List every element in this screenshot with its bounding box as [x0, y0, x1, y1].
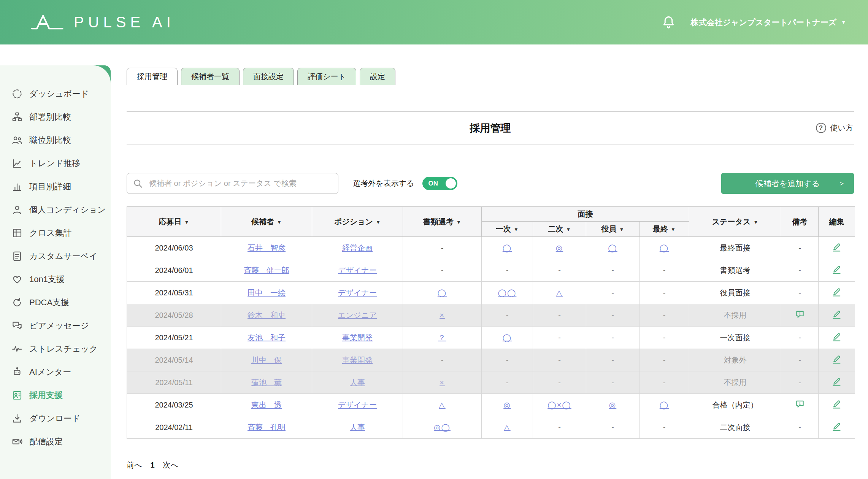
sidebar-item-stress-check[interactable]: ストレスチェック	[0, 337, 111, 360]
note-comment-icon[interactable]	[795, 309, 805, 319]
position-link[interactable]: エンジニア	[338, 311, 377, 319]
tab-1[interactable]: 候補者一覧	[181, 68, 240, 85]
tab-0[interactable]: 採用管理	[127, 68, 178, 85]
position-link[interactable]: デザイナー	[338, 266, 377, 274]
sidebar-item-custom-survey[interactable]: カスタムサーベイ	[0, 244, 111, 268]
second-interview-mark-empty: -	[558, 333, 561, 342]
sort-icon: ▼	[184, 219, 189, 225]
docs-screening-mark[interactable]: ◯	[438, 289, 447, 297]
sidebar-item-pdca[interactable]: PDCA支援	[0, 291, 111, 314]
sidebar-item-department-comparison[interactable]: 部署別比較	[0, 105, 111, 128]
second-interview-mark-empty: -	[558, 311, 561, 319]
candidate-link[interactable]: 東出 透	[251, 401, 282, 409]
first-interview-mark[interactable]: △	[504, 423, 510, 431]
edit-pencil-icon[interactable]	[832, 242, 842, 252]
sidebar-item-label: 部署別比較	[29, 111, 71, 123]
first-interview-mark[interactable]: ◯	[503, 244, 512, 252]
add-candidate-button[interactable]: 候補者を追加する ＞	[721, 173, 854, 194]
candidate-link[interactable]: 石井 智彦	[248, 244, 286, 252]
position-link[interactable]: 事業開発	[342, 356, 373, 364]
company-name: 株式会社ジャンプスタートパートナーズ	[691, 17, 836, 28]
second-interview-mark-empty: -	[558, 423, 561, 431]
pagination-next[interactable]: 次へ	[163, 460, 178, 470]
position-link[interactable]: 人事	[350, 378, 365, 387]
sidebar-item-download[interactable]: ダウンロード	[0, 407, 111, 430]
col-header-first-interview[interactable]: 一次▼	[482, 222, 533, 237]
exec-interview-mark[interactable]: ◎	[609, 401, 616, 409]
docs-screening-mark[interactable]: ×	[440, 378, 445, 387]
final-interview-mark[interactable]: ◯	[660, 401, 669, 409]
col-header-position[interactable]: ポジション▼	[312, 207, 403, 237]
edit-pencil-icon[interactable]	[832, 376, 842, 387]
position-link[interactable]: デザイナー	[338, 401, 377, 409]
sidebar-item-one-on-one[interactable]: 1on1支援	[0, 268, 111, 291]
col-header-exec-interview[interactable]: 役員▼	[586, 222, 639, 237]
candidate-link[interactable]: 斉藤 孔明	[248, 423, 286, 431]
edit-pencil-icon[interactable]	[832, 331, 842, 342]
edit-pencil-icon[interactable]	[832, 264, 842, 274]
candidate-link[interactable]: 蓮池 薫	[251, 378, 282, 387]
first-interview-mark-empty: -	[506, 266, 509, 274]
final-interview-mark[interactable]: ◯	[660, 244, 669, 252]
sidebar-item-cross-tab[interactable]: クロス集計	[0, 221, 111, 244]
sidebar-item-peer-message[interactable]: ピアメッセージ	[0, 314, 111, 337]
edit-pencil-icon[interactable]	[832, 399, 842, 409]
sidebar-item-delivery-settings[interactable]: 配信設定	[0, 430, 111, 453]
docs-screening-mark[interactable]: ◎◯	[434, 423, 451, 431]
second-interview-mark[interactable]: ◎	[556, 244, 563, 252]
candidate-link[interactable]: 斉藤 健一郎	[244, 266, 289, 274]
cell-status: 二次面接	[689, 416, 781, 439]
main-content: 採用管理候補者一覧面接設定評価シート設定 採用管理 ? 使い方 選考外を表示する…	[111, 44, 868, 479]
docs-screening-mark[interactable]: △	[439, 401, 445, 409]
sidebar-item-position-comparison[interactable]: 職位別比較	[0, 128, 111, 152]
candidate-link[interactable]: 友池 和子	[248, 333, 286, 342]
sidebar-item-personal-condition[interactable]: 個人コンディション	[0, 198, 111, 221]
sidebar-item-recruitment-support[interactable]: 採用支援	[0, 384, 111, 407]
col-header-docs[interactable]: 書類選考▼	[403, 207, 482, 237]
position-link[interactable]: 経営企画	[342, 244, 373, 252]
note-comment-icon[interactable]	[795, 399, 805, 409]
candidate-link[interactable]: 鈴木 和史	[248, 311, 286, 319]
sidebar-item-item-detail[interactable]: 項目別詳細	[0, 175, 111, 198]
help-link[interactable]: ? 使い方	[816, 123, 853, 133]
tab-3[interactable]: 評価シート	[297, 68, 356, 85]
position-link[interactable]: 人事	[350, 423, 365, 431]
first-interview-mark[interactable]: ◎	[503, 401, 511, 409]
note-empty: -	[798, 356, 801, 364]
tab-2[interactable]: 面接設定	[243, 68, 294, 85]
second-interview-mark[interactable]: ◯×◯	[547, 401, 571, 409]
sidebar-item-trend[interactable]: トレンド推移	[0, 152, 111, 175]
exec-interview-mark[interactable]: ◯	[608, 244, 617, 252]
first-interview-mark[interactable]: ◯◯	[498, 289, 517, 297]
col-header-date[interactable]: 応募日▼	[127, 207, 221, 237]
edit-pencil-icon[interactable]	[832, 354, 842, 364]
candidate-link[interactable]: 田中 一絵	[248, 289, 286, 297]
search-input[interactable]	[127, 173, 338, 194]
notification-bell-icon[interactable]	[662, 15, 676, 29]
sidebar-item-ai-mentor[interactable]: AIメンター	[0, 360, 111, 384]
docs-screening-mark[interactable]: ？	[438, 333, 446, 342]
tab-4[interactable]: 設定	[360, 68, 395, 85]
cell-status: 合格（内定）	[689, 394, 781, 416]
search-icon	[133, 178, 143, 189]
edit-pencil-icon[interactable]	[832, 287, 842, 297]
docs-screening-mark[interactable]: ×	[440, 311, 445, 319]
edit-pencil-icon[interactable]	[832, 421, 842, 431]
sidebar-item-dashboard[interactable]: ダッシュボード	[0, 82, 111, 105]
candidate-link[interactable]: 川中 保	[251, 356, 282, 364]
note-empty: -	[798, 423, 801, 431]
col-header-final-interview[interactable]: 最終▼	[639, 222, 689, 237]
position-link[interactable]: 事業開発	[342, 333, 373, 342]
edit-pencil-icon[interactable]	[832, 309, 842, 319]
col-header-second-interview[interactable]: 二次▼	[533, 222, 586, 237]
first-interview-mark[interactable]: ◯	[503, 333, 512, 342]
pagination-current-page[interactable]: 1	[150, 461, 154, 469]
sort-icon: ▼	[619, 227, 624, 232]
position-link[interactable]: デザイナー	[338, 289, 377, 297]
pagination-prev[interactable]: 前へ	[127, 460, 142, 470]
col-header-status[interactable]: ステータス▼	[689, 207, 781, 237]
second-interview-mark[interactable]: △	[556, 289, 563, 297]
show-excluded-toggle[interactable]: ON	[422, 177, 457, 190]
col-header-candidate[interactable]: 候補者▼	[221, 207, 312, 237]
company-selector[interactable]: 株式会社ジャンプスタートパートナーズ ▼	[691, 17, 846, 28]
